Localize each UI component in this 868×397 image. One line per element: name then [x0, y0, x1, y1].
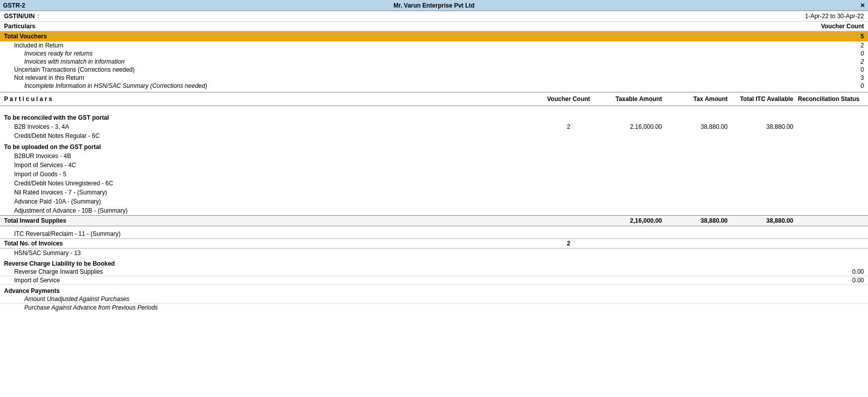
row-value: 2 — [860, 42, 864, 49]
row-label: Purchase Against Advance from Previous P… — [24, 304, 158, 311]
list-item: Incomplete Information in HSN/SAC Summar… — [0, 82, 868, 90]
row-label: Uncertain Transactions (Corrections need… — [14, 66, 135, 73]
advance-payments-header: Advance Payments — [0, 287, 868, 295]
row-label: HSN/SAC Summary - 13 — [14, 250, 546, 257]
list-item: Invoices ready for returns 0 — [0, 49, 868, 58]
row-itc: 38,880.00 — [728, 123, 793, 130]
row-label: Advance Paid -10A - (Summary) — [14, 198, 546, 205]
row-value: 0.00 — [852, 268, 864, 275]
row-label: Invoices ready for returns — [24, 50, 92, 57]
table-row: Advance Paid -10A - (Summary) — [0, 197, 868, 206]
particulars-header: Particulars — [4, 23, 35, 30]
gstin-section: GSTIN/UIN : — [4, 13, 42, 20]
spacer — [0, 106, 868, 110]
row-label: Reverse Charge Inward Supplies — [14, 268, 103, 275]
total-vouchers-label: Total Vouchers — [4, 33, 47, 40]
section-label: To be uploaded on the GST portal — [4, 143, 546, 151]
table-row: Adjustment of Advance - 10B - (Summary) — [0, 206, 868, 215]
row-label: Import of Service — [14, 277, 60, 284]
table-row: Credit/Debit Notes Unregistered - 6C — [0, 179, 868, 188]
date-range: 1-Apr-22 to 30-Apr-22 — [805, 13, 864, 20]
table-row: Credit/Debit Notes Regular - 6C — [0, 131, 868, 140]
row-label: Total Inward Supplies — [4, 217, 546, 224]
title-bar: GSTR-2 Mr. Varun Enterprise Pvt Ltd ✕ — [0, 0, 868, 11]
list-item: Uncertain Transactions (Corrections need… — [0, 66, 868, 74]
top-column-headers: Particulars Voucher Count — [0, 22, 868, 31]
row-tax: 38,880.00 — [662, 217, 728, 224]
row-value: 2 — [860, 58, 864, 65]
row-value: 0.00 — [852, 277, 864, 284]
row-label: Import of Services - 4C — [14, 162, 546, 169]
section-header-upload: To be uploaded on the GST portal — [0, 142, 868, 152]
detail-table-header: P a r t i c u l a r s Voucher Count Taxa… — [0, 92, 868, 106]
summary-section: Included in Return 2 Invoices ready for … — [0, 41, 868, 90]
company-name: Mr. Varun Enterprise Pvt Ltd — [393, 2, 475, 9]
col-header-itc: Total ITC Available — [728, 95, 793, 103]
list-item: Import of Service 0.00 — [0, 276, 868, 285]
voucher-count-header: Voucher Count — [821, 23, 864, 30]
row-label: Not relevant in this Return — [14, 74, 84, 81]
header-row: GSTIN/UIN : 1-Apr-22 to 30-Apr-22 — [0, 11, 868, 22]
row-label: Included in Return — [14, 42, 63, 49]
col-header-voucher: Voucher Count — [546, 95, 591, 103]
row-value: 3 — [860, 74, 864, 81]
col-header-particulars: P a r t i c u l a r s — [4, 95, 546, 103]
close-button[interactable]: ✕ — [860, 2, 865, 9]
table-row: Nil Rated Invoices - 7 - (Summary) — [0, 188, 868, 197]
row-value: 0 — [860, 66, 864, 73]
table-row: B2BUR Invoices - 4B — [0, 152, 868, 161]
section-label: Reverse Charge Liability to be Booked — [4, 260, 115, 267]
reverse-charge-header: Reverse Charge Liability to be Booked — [0, 260, 868, 268]
row-label: Amount Unadjusted Against Purchases — [24, 295, 129, 303]
row-itc: 38,880.00 — [728, 217, 793, 224]
row-value: 0 — [860, 82, 864, 89]
row-label: Credit/Debit Notes Unregistered - 6C — [14, 180, 546, 187]
gstin-colon: : — [38, 13, 39, 20]
row-label: B2BUR Invoices - 4B — [14, 153, 546, 160]
section-label: Advance Payments — [4, 287, 60, 294]
list-item: Invoices with mismatch in information 2 — [0, 58, 868, 66]
row-label: Adjustment of Advance - 10B - (Summary) — [14, 207, 546, 214]
list-item: Amount Unadjusted Against Purchases — [0, 295, 868, 304]
table-row: B2B Invoices - 3, 4A 2 2,16,000.00 38,88… — [0, 122, 868, 131]
list-item: Not relevant in this Return 3 — [0, 74, 868, 82]
row-voucher: 2 — [546, 240, 591, 247]
list-item: Reverse Charge Inward Supplies 0.00 — [0, 268, 868, 276]
app-title: GSTR-2 — [3, 2, 25, 9]
row-label: Nil Rated Invoices - 7 - (Summary) — [14, 189, 546, 196]
section-label: To be reconciled with the GST portal — [4, 114, 546, 121]
row-label: Incomplete Information in HSN/SAC Summar… — [24, 82, 207, 89]
row-label: ITC Reversal/Reclaim - 11 - (Summary) — [14, 230, 546, 237]
table-row: HSN/SAC Summary - 13 — [0, 249, 868, 258]
list-item: Purchase Against Advance from Previous P… — [0, 304, 868, 312]
col-header-tax: Tax Amount — [662, 95, 728, 103]
row-label: Total No. of Invoices — [4, 240, 546, 247]
table-row: Import of Services - 4C — [0, 161, 868, 170]
section-header-reconcile: To be reconciled with the GST portal — [0, 113, 868, 122]
gstin-label: GSTIN/UIN — [4, 13, 35, 20]
total-invoices-row: Total No. of Invoices 2 — [0, 238, 868, 249]
row-taxable: 2,16,000.00 — [591, 123, 662, 130]
row-value: 0 — [860, 50, 864, 57]
row-tax: 38,880.00 — [662, 123, 728, 130]
list-item: Included in Return 2 — [0, 41, 868, 49]
total-inward-supplies-row: Total Inward Supplies 2,16,000.00 38,880… — [0, 215, 868, 226]
table-row: Import of Goods - 5 — [0, 170, 868, 179]
table-row: ITC Reversal/Reclaim - 11 - (Summary) — [0, 229, 868, 238]
row-label: B2B Invoices - 3, 4A — [14, 123, 546, 130]
row-taxable: 2,16,000.00 — [591, 217, 662, 224]
row-label: Credit/Debit Notes Regular - 6C — [14, 132, 546, 139]
row-voucher: 2 — [546, 123, 591, 130]
row-label: Invoices with mismatch in information — [24, 58, 125, 65]
total-vouchers-row: Total Vouchers 5 — [0, 31, 868, 41]
col-header-taxable: Taxable Amount — [591, 95, 662, 103]
col-header-reconciliation: Reconciliation Status — [793, 95, 864, 103]
row-label: Import of Goods - 5 — [14, 171, 546, 178]
total-vouchers-value: 5 — [860, 33, 864, 40]
